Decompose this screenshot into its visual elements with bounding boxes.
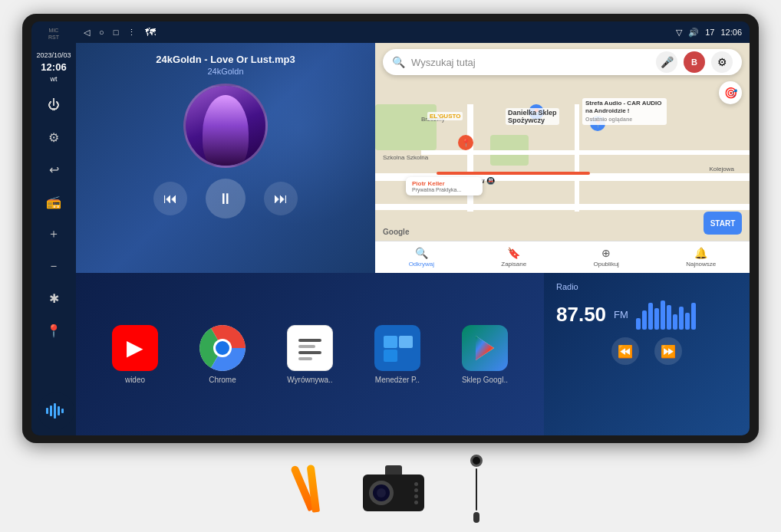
radio-rewind-button[interactable]: ⏪ <box>611 337 639 365</box>
app-chrome-label: Chrome <box>209 376 236 384</box>
search-icon: 🔍 <box>392 56 405 68</box>
sidebar: MIC RST 2023/10/03 12:06 wt ⏻ ⚙ ↩ 📻 ＋ － … <box>31 21 76 435</box>
app-chrome[interactable]: Chrome <box>199 325 246 384</box>
svg-marker-17 <box>476 336 494 360</box>
map-nav-latest[interactable]: 🔔 Najnowsze <box>686 247 716 268</box>
radio-controls: ⏪ ⏩ <box>556 337 737 365</box>
map-settings-button[interactable]: ⚙ <box>711 51 733 73</box>
radio-freq-row: 87.50 FM <box>556 299 737 330</box>
accessories-section <box>0 446 781 530</box>
radio-bar-10 <box>691 303 696 330</box>
saved-icon: 🔖 <box>507 247 520 259</box>
app-wideo[interactable]: ▶ wideo <box>112 325 158 384</box>
camera-body <box>363 475 424 511</box>
publish-icon: ⊕ <box>601 247 611 259</box>
map-nav-publish[interactable]: ⊕ Opublikuj <box>594 247 619 268</box>
sidebar-day: wt <box>36 74 71 84</box>
nav-recent-button[interactable]: □ <box>114 28 119 37</box>
mic-plug <box>473 512 479 523</box>
map-bottom-nav: 🔍 Odkrywaj 🔖 Zapisane ⊕ Opublikuj 🔔 <box>375 241 750 273</box>
radio-forward-button[interactable]: ⏩ <box>654 337 682 365</box>
sidebar-time: 12:06 <box>36 61 71 74</box>
status-bar: ◁ ○ □ ⋮ 🗺 ▽ 🔊 17 12:06 <box>76 21 750 43</box>
current-time: 12:06 <box>720 28 742 37</box>
nav-map-button[interactable]: 🗺 <box>145 26 156 38</box>
nav-home-button[interactable]: ○ <box>99 28 104 37</box>
location-icon[interactable]: 📍 <box>40 317 68 344</box>
app-sklep[interactable]: Sklep Googl.. <box>462 325 508 384</box>
volume-up-icon[interactable]: ＋ <box>40 220 68 248</box>
map-nav-saved[interactable]: 🔖 Zapisane <box>501 247 526 268</box>
volume-down-icon[interactable]: － <box>40 252 68 280</box>
svg-rect-8 <box>298 339 321 342</box>
radio-bar-1 <box>636 318 641 330</box>
map-location-button[interactable]: 🎯 <box>719 81 742 104</box>
music-artist: 24kGoldn <box>88 67 363 76</box>
camera-lens <box>369 481 394 505</box>
map-street-v2 <box>575 104 579 212</box>
led-3 <box>414 494 418 498</box>
led-1 <box>414 482 418 486</box>
app-wyrownywarka[interactable]: Wyrównywa.. <box>287 325 333 384</box>
poi-elgusto-label: EL'GUSTO <box>427 112 463 120</box>
led-4 <box>414 501 418 504</box>
svg-rect-12 <box>384 336 397 348</box>
sidebar-top-labels: MIC RST <box>31 28 76 40</box>
play-pause-button[interactable]: ⏸ <box>206 179 246 218</box>
svg-rect-15 <box>399 350 413 362</box>
signal-strength: 17 <box>705 28 714 37</box>
svg-point-7 <box>216 341 229 355</box>
map-search-text[interactable]: Wyszukaj tutaj <box>411 57 650 68</box>
map-mic-button[interactable]: 🎤 <box>656 51 677 73</box>
radio-bar-3 <box>648 303 653 330</box>
power-icon[interactable]: ⏻ <box>40 91 68 119</box>
svg-rect-14 <box>384 350 397 362</box>
status-bar-info: ▽ 🔊 17 12:06 <box>676 28 742 38</box>
map-search-bar[interactable]: 🔍 Wyszukaj tutaj 🎤 B ⚙ <box>383 49 742 75</box>
radio-panel: Radio 87.50 FM <box>544 273 750 435</box>
settings-icon[interactable]: ⚙ <box>40 123 68 151</box>
microphone-cable <box>470 455 483 523</box>
svg-rect-2 <box>54 403 56 419</box>
app-menedzer[interactable]: Menedżer P.. <box>374 325 420 384</box>
back-icon[interactable]: ↩ <box>40 156 68 183</box>
pry-tool <box>292 461 322 515</box>
svg-rect-4 <box>61 409 64 413</box>
radio-band: FM <box>614 309 628 320</box>
waveform-button[interactable] <box>38 392 74 429</box>
map-start-button[interactable]: START <box>704 212 742 235</box>
prev-button[interactable]: ⏮ <box>153 182 187 215</box>
map-poi-1[interactable]: 📍 <box>458 135 473 150</box>
radio-bar-8 <box>679 307 684 330</box>
youtube-icon: ▶ <box>112 325 158 371</box>
nav-back-button[interactable]: ◁ <box>84 28 90 38</box>
map-background <box>375 43 750 273</box>
map-section[interactable]: 🔍 Wyszukaj tutaj 🎤 B ⚙ <box>375 43 750 273</box>
svg-rect-13 <box>399 336 413 348</box>
discover-icon: 🔍 <box>415 247 428 259</box>
radio-icon[interactable]: 📻 <box>40 188 68 215</box>
app-launcher: ▶ wideo <box>76 273 544 435</box>
svg-rect-10 <box>298 351 321 354</box>
user-avatar[interactable]: B <box>684 51 705 73</box>
status-bar-nav: ◁ ○ □ ⋮ 🗺 <box>84 26 156 38</box>
latest-icon: 🔔 <box>694 247 707 259</box>
wyrownywarka-icon <box>287 325 333 371</box>
next-button[interactable]: ⏭ <box>264 182 298 215</box>
music-title: 24kGoldn - Love Or Lust.mp3 <box>88 54 363 65</box>
map-street-v1 <box>467 104 473 212</box>
radio-label: Radio <box>556 282 737 291</box>
map-green-area-1 <box>375 104 437 150</box>
sklep-icon <box>462 325 508 371</box>
nav-more-button[interactable]: ⋮ <box>127 28 136 38</box>
mic-head <box>470 455 483 467</box>
chrome-icon <box>199 325 246 371</box>
map-street-szkolna <box>375 204 750 210</box>
camera-item <box>363 465 424 511</box>
wifi-icon: ▽ <box>676 28 682 38</box>
bluetooth-icon[interactable]: ✱ <box>40 284 68 312</box>
svg-rect-11 <box>298 357 312 360</box>
map-nav-discover[interactable]: 🔍 Odkrywaj <box>409 247 434 268</box>
volume-status-icon: 🔊 <box>688 28 699 38</box>
mic-item <box>470 455 483 523</box>
